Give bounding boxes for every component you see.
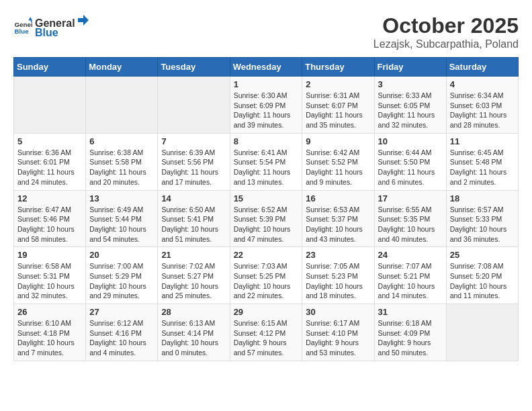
calendar-week-row: 1Sunrise: 6:30 AM Sunset: 6:09 PM Daylig… (14, 77, 519, 134)
day-number: 4 (450, 79, 515, 89)
logo-icon: General Blue (13, 17, 32, 36)
day-number: 17 (378, 193, 443, 203)
main-title: October 2025 (373, 13, 519, 38)
calendar-cell: 7Sunrise: 6:39 AM Sunset: 5:56 PM Daylig… (158, 133, 230, 190)
day-info: Sunrise: 6:17 AM Sunset: 4:10 PM Dayligh… (306, 318, 370, 358)
day-number: 19 (17, 250, 82, 260)
calendar-cell: 2Sunrise: 6:31 AM Sunset: 6:07 PM Daylig… (302, 77, 374, 134)
calendar-cell: 12Sunrise: 6:47 AM Sunset: 5:46 PM Dayli… (14, 190, 86, 247)
logo: General Blue General Blue (13, 13, 91, 39)
day-info: Sunrise: 6:52 AM Sunset: 5:39 PM Dayligh… (234, 205, 299, 244)
day-number: 27 (89, 307, 154, 317)
day-number: 10 (378, 136, 443, 146)
day-info: Sunrise: 6:44 AM Sunset: 5:50 PM Dayligh… (378, 148, 443, 187)
day-info: Sunrise: 6:55 AM Sunset: 5:35 PM Dayligh… (378, 205, 443, 244)
calendar-cell: 27Sunrise: 6:12 AM Sunset: 4:16 PM Dayli… (86, 304, 158, 361)
day-number: 22 (234, 250, 299, 260)
calendar-cell: 15Sunrise: 6:52 AM Sunset: 5:39 PM Dayli… (230, 190, 302, 247)
calendar-cell (86, 77, 158, 134)
day-of-week-header: Friday (374, 58, 446, 77)
day-of-week-header: Tuesday (158, 58, 230, 77)
calendar-cell: 4Sunrise: 6:34 AM Sunset: 6:03 PM Daylig… (446, 77, 518, 134)
day-number: 12 (17, 193, 82, 203)
calendar-cell: 13Sunrise: 6:49 AM Sunset: 5:44 PM Dayli… (86, 190, 158, 247)
day-number: 13 (89, 193, 154, 203)
page-header: General Blue General Blue October 2025 L… (13, 13, 519, 50)
day-of-week-header: Monday (86, 58, 158, 77)
day-number: 24 (378, 250, 443, 260)
day-number: 9 (306, 136, 370, 146)
day-number: 29 (234, 307, 299, 317)
calendar-cell: 18Sunrise: 6:57 AM Sunset: 5:33 PM Dayli… (446, 190, 518, 247)
day-info: Sunrise: 6:10 AM Sunset: 4:18 PM Dayligh… (17, 318, 82, 358)
calendar-cell: 8Sunrise: 6:41 AM Sunset: 5:54 PM Daylig… (230, 133, 302, 190)
day-number: 16 (306, 193, 370, 203)
day-info: Sunrise: 7:07 AM Sunset: 5:21 PM Dayligh… (378, 261, 443, 301)
day-info: Sunrise: 7:05 AM Sunset: 5:23 PM Dayligh… (306, 261, 370, 301)
svg-marker-2 (28, 17, 32, 21)
calendar-cell: 26Sunrise: 6:10 AM Sunset: 4:18 PM Dayli… (14, 304, 86, 361)
day-info: Sunrise: 6:15 AM Sunset: 4:12 PM Dayligh… (234, 318, 299, 358)
day-info: Sunrise: 6:53 AM Sunset: 5:37 PM Dayligh… (306, 205, 370, 244)
calendar-header: SundayMondayTuesdayWednesdayThursdayFrid… (14, 58, 519, 77)
calendar-cell: 11Sunrise: 6:45 AM Sunset: 5:48 PM Dayli… (446, 133, 518, 190)
day-of-week-header: Sunday (14, 58, 86, 77)
day-number: 1 (234, 79, 299, 89)
calendar-cell: 28Sunrise: 6:13 AM Sunset: 4:14 PM Dayli… (158, 304, 230, 361)
day-number: 26 (17, 307, 82, 317)
day-number: 8 (234, 136, 299, 146)
calendar-cell: 17Sunrise: 6:55 AM Sunset: 5:35 PM Dayli… (374, 190, 446, 247)
day-info: Sunrise: 6:57 AM Sunset: 5:33 PM Dayligh… (450, 205, 515, 244)
calendar-cell (446, 304, 518, 361)
day-of-week-header: Saturday (446, 58, 518, 77)
calendar-cell: 20Sunrise: 7:00 AM Sunset: 5:29 PM Dayli… (86, 247, 158, 304)
day-number: 28 (161, 307, 226, 317)
calendar-cell: 1Sunrise: 6:30 AM Sunset: 6:09 PM Daylig… (230, 77, 302, 134)
day-of-week-header: Thursday (302, 58, 374, 77)
day-info: Sunrise: 7:08 AM Sunset: 5:20 PM Dayligh… (450, 261, 515, 301)
calendar-cell: 10Sunrise: 6:44 AM Sunset: 5:50 PM Dayli… (374, 133, 446, 190)
calendar-cell: 25Sunrise: 7:08 AM Sunset: 5:20 PM Dayli… (446, 247, 518, 304)
day-number: 5 (17, 136, 82, 146)
calendar-cell (14, 77, 86, 134)
day-info: Sunrise: 6:42 AM Sunset: 5:52 PM Dayligh… (306, 148, 370, 187)
calendar-week-row: 12Sunrise: 6:47 AM Sunset: 5:46 PM Dayli… (14, 190, 519, 247)
day-info: Sunrise: 7:03 AM Sunset: 5:25 PM Dayligh… (234, 261, 299, 301)
day-info: Sunrise: 7:02 AM Sunset: 5:27 PM Dayligh… (161, 261, 226, 301)
day-info: Sunrise: 6:33 AM Sunset: 6:05 PM Dayligh… (378, 91, 443, 130)
calendar-cell: 19Sunrise: 6:58 AM Sunset: 5:31 PM Dayli… (14, 247, 86, 304)
calendar-cell: 16Sunrise: 6:53 AM Sunset: 5:37 PM Dayli… (302, 190, 374, 247)
calendar-cell: 29Sunrise: 6:15 AM Sunset: 4:12 PM Dayli… (230, 304, 302, 361)
day-info: Sunrise: 6:41 AM Sunset: 5:54 PM Dayligh… (234, 148, 299, 187)
header-row: SundayMondayTuesdayWednesdayThursdayFrid… (14, 58, 519, 77)
calendar-cell: 9Sunrise: 6:42 AM Sunset: 5:52 PM Daylig… (302, 133, 374, 190)
day-info: Sunrise: 6:34 AM Sunset: 6:03 PM Dayligh… (450, 91, 515, 130)
day-number: 18 (450, 193, 515, 203)
day-number: 11 (450, 136, 515, 146)
day-number: 21 (161, 250, 226, 260)
day-info: Sunrise: 6:31 AM Sunset: 6:07 PM Dayligh… (306, 91, 370, 130)
svg-text:Blue: Blue (14, 28, 29, 35)
calendar-cell: 5Sunrise: 6:36 AM Sunset: 6:01 PM Daylig… (14, 133, 86, 190)
day-info: Sunrise: 7:00 AM Sunset: 5:29 PM Dayligh… (89, 261, 154, 301)
day-info: Sunrise: 6:12 AM Sunset: 4:16 PM Dayligh… (89, 318, 154, 358)
calendar-cell: 14Sunrise: 6:50 AM Sunset: 5:41 PM Dayli… (158, 190, 230, 247)
day-info: Sunrise: 6:47 AM Sunset: 5:46 PM Dayligh… (17, 205, 82, 244)
calendar-cell: 30Sunrise: 6:17 AM Sunset: 4:10 PM Dayli… (302, 304, 374, 361)
logo-arrow-icon (77, 13, 90, 27)
subtitle: Lezajsk, Subcarpathia, Poland (373, 38, 519, 50)
calendar-week-row: 5Sunrise: 6:36 AM Sunset: 6:01 PM Daylig… (14, 133, 519, 190)
day-info: Sunrise: 6:38 AM Sunset: 5:58 PM Dayligh… (89, 148, 154, 187)
day-info: Sunrise: 6:45 AM Sunset: 5:48 PM Dayligh… (450, 148, 515, 187)
calendar-week-row: 19Sunrise: 6:58 AM Sunset: 5:31 PM Dayli… (14, 247, 519, 304)
day-number: 23 (306, 250, 370, 260)
calendar-cell: 21Sunrise: 7:02 AM Sunset: 5:27 PM Dayli… (158, 247, 230, 304)
day-number: 14 (161, 193, 226, 203)
day-number: 30 (306, 307, 370, 317)
day-info: Sunrise: 6:49 AM Sunset: 5:44 PM Dayligh… (89, 205, 154, 244)
day-number: 31 (378, 307, 443, 317)
day-info: Sunrise: 6:36 AM Sunset: 6:01 PM Dayligh… (17, 148, 82, 187)
calendar-cell: 31Sunrise: 6:18 AM Sunset: 4:09 PM Dayli… (374, 304, 446, 361)
calendar-cell (158, 77, 230, 134)
calendar-week-row: 26Sunrise: 6:10 AM Sunset: 4:18 PM Dayli… (14, 304, 519, 361)
